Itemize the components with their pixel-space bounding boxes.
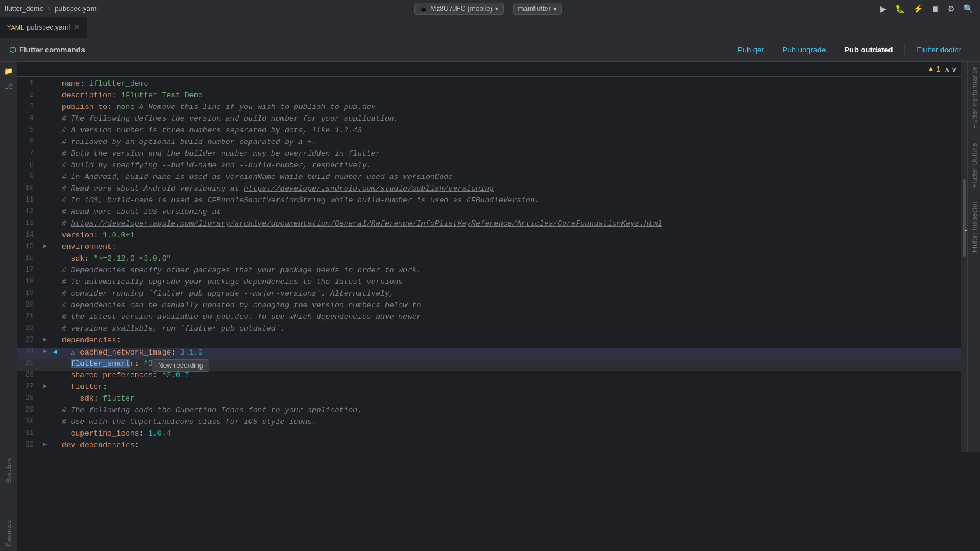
- line-content: # consider running `flutter pub upgrade …: [61, 289, 961, 298]
- device-name: Mz8U7JFC (mobile): [430, 5, 493, 13]
- line-number: 19: [17, 289, 41, 297]
- left-sidebar: 📁 ⎇: [0, 62, 17, 452]
- warning-count: 1: [936, 65, 940, 73]
- line-content: # followed by an optional build number s…: [61, 138, 961, 146]
- pub-upgrade-button[interactable]: Pub upgrade: [773, 42, 835, 58]
- chevron-down-icon2: ▾: [553, 5, 557, 13]
- flutter-commands-bar: ⬡ Flutter commands Pub get Pub upgrade P…: [0, 38, 980, 62]
- table-row: 4 # The following defines the version an…: [17, 114, 961, 126]
- line-number: 4: [17, 114, 41, 122]
- line-number: 7: [17, 149, 41, 157]
- device-selector[interactable]: 📱 Mz8U7JFC (mobile) ▾: [414, 3, 504, 15]
- search-button[interactable]: 🔍: [961, 3, 975, 15]
- line-content: cupertino_icons: 1.0.4: [61, 429, 961, 438]
- table-row: 16 sdk: ">=2.12.0 <3.0.0": [17, 254, 961, 266]
- table-row: 10 # Read more about Android versioning …: [17, 184, 961, 196]
- fold-gutter: ▶: [41, 348, 49, 355]
- line-content: # Dependencies specify other packages th…: [61, 266, 961, 275]
- table-row: 24 ▶ ◀ ⚠ cached_network_image: 3.1.0: [17, 348, 961, 359]
- line-number: 22: [17, 324, 41, 332]
- prev-error-button[interactable]: ∧: [944, 65, 950, 74]
- top-bar-center: 📱 Mz8U7JFC (mobile) ▾ mainflutter ▾: [103, 3, 873, 15]
- line-content: publish_to: none # Remove this line if y…: [61, 103, 961, 111]
- line-number: 32: [17, 441, 41, 449]
- tab-pubspec[interactable]: YAML pubspec.yaml ✕: [0, 17, 87, 38]
- line-content: # A version number is three numbers sepa…: [61, 126, 961, 135]
- line-number: 16: [17, 254, 41, 262]
- flutter-arrow-gutter: ◀: [49, 348, 61, 356]
- structure-panel: Structure Favorites: [0, 452, 17, 551]
- flutter-commands-title: ⬡ Flutter commands: [9, 45, 85, 54]
- sidebar-git-icon[interactable]: ⎇: [2, 79, 16, 93]
- line-content: # the latest version available on pub.de…: [61, 313, 961, 321]
- table-row: 17 # Dependencies specify other packages…: [17, 266, 961, 278]
- line-content: # Read more about iOS versioning at: [61, 208, 961, 216]
- structure-tab[interactable]: Structure: [3, 452, 14, 488]
- line-number: 31: [17, 429, 41, 437]
- line-content: # The following defines the version and …: [61, 114, 961, 123]
- line-number: 25: [17, 359, 41, 367]
- stop-button[interactable]: ⏹: [929, 3, 942, 15]
- pub-outdated-button[interactable]: Pub outdated: [835, 42, 902, 58]
- line-number: 10: [17, 184, 41, 192]
- mainflutter-label: mainflutter: [518, 5, 551, 13]
- run-button[interactable]: ▶: [878, 3, 889, 15]
- flutter-title-text: Flutter commands: [19, 45, 85, 54]
- flutter-doctor-button[interactable]: Flutter doctor: [907, 42, 971, 58]
- hot-reload-button[interactable]: ⚡: [911, 3, 925, 15]
- code-editor[interactable]: 1 name: iflutter_demo 2 description: iFl…: [17, 77, 961, 452]
- next-error-button[interactable]: ∨: [951, 65, 957, 74]
- right-panel: Flutter Performance Flutter Outline Flut…: [967, 62, 980, 452]
- breadcrumb-area: flutter_demo › pubspec.yaml: [5, 5, 98, 13]
- main-layout: 📁 ⎇ ▲ 1 ∧ ∨ 1 name: iflutter_demo: [0, 62, 980, 452]
- table-row: 9 # In Android, build-name is used as ve…: [17, 173, 961, 184]
- debug-button[interactable]: 🐛: [893, 3, 907, 15]
- fold-gutter: ▶: [41, 441, 49, 448]
- table-row: 23 ▶ dependencies:: [17, 336, 961, 348]
- favorites-tab[interactable]: Favorites: [3, 515, 14, 551]
- line-number: 3: [17, 103, 41, 111]
- line-content: version: 1.0.0+1: [61, 231, 961, 240]
- chevron-down-icon: ▾: [495, 5, 498, 13]
- line-number: 11: [17, 196, 41, 204]
- project-icon: 📁: [4, 67, 13, 76]
- line-number: 8: [17, 161, 41, 169]
- line-content: # https://developer.apple.com/library/ar…: [61, 219, 961, 228]
- table-row: 25 flutter_smartr: ^3.0.0 New recording: [17, 359, 961, 371]
- settings-button[interactable]: ⚙: [945, 3, 957, 15]
- git-icon: ⎇: [5, 82, 13, 91]
- top-bar: flutter_demo › pubspec.yaml 📱 Mz8U7JFC (…: [0, 0, 980, 17]
- line-content: shared_preferences: ^2.0.7: [61, 371, 961, 380]
- table-row: 28 sdk: flutter: [17, 394, 961, 406]
- table-row: 3 publish_to: none # Remove this line if…: [17, 103, 961, 114]
- table-row: 8 # build by specifying --build-name and…: [17, 161, 961, 173]
- error-bar: ▲ 1 ∧ ∨: [17, 62, 961, 77]
- scrollbar-thumb[interactable]: [963, 179, 966, 257]
- editor-area: ▲ 1 ∧ ∨ 1 name: iflutter_demo 2 descript…: [17, 62, 961, 452]
- flutter-performance-tab[interactable]: Flutter Performance: [969, 62, 979, 134]
- flutter-outline-tab[interactable]: Flutter Outline: [969, 138, 979, 192]
- table-row: 2 description: iFlutter Test Demo: [17, 91, 961, 103]
- mainflutter-selector[interactable]: mainflutter ▾: [513, 3, 562, 15]
- line-content: dependencies:: [61, 336, 961, 345]
- table-row: 12 # Read more about iOS versioning at: [17, 208, 961, 219]
- sidebar-project-icon[interactable]: 📁: [2, 64, 16, 78]
- line-number: 1: [17, 79, 41, 87]
- tab-close-icon[interactable]: ✕: [74, 23, 79, 31]
- table-row: 22 # versions available, run `flutter pu…: [17, 324, 961, 336]
- line-content: # The following adds the Cupertino Icons…: [61, 406, 961, 415]
- line-number: 13: [17, 219, 41, 227]
- table-row: 30 # Use with the CupertinoIcons class f…: [17, 417, 961, 429]
- table-row: 19 # consider running `flutter pub upgra…: [17, 289, 961, 301]
- top-bar-actions: ▶ 🐛 ⚡ ⏹ ⚙ 🔍: [878, 3, 975, 15]
- line-number: 24: [17, 348, 41, 356]
- editor-scrollbar[interactable]: [961, 62, 967, 452]
- line-content: ⚠ cached_network_image: 3.1.0: [61, 348, 961, 357]
- flutter-inspector-tab[interactable]: Flutter Inspector: [969, 196, 979, 257]
- line-number: 17: [17, 266, 41, 274]
- line-content: # To automatically upgrade your package …: [61, 278, 961, 286]
- line-number: 28: [17, 394, 41, 402]
- nav-arrows: ∧ ∨: [944, 65, 957, 74]
- pub-get-button[interactable]: Pub get: [728, 42, 773, 58]
- table-row: 20 # dependencies can be manually update…: [17, 301, 961, 313]
